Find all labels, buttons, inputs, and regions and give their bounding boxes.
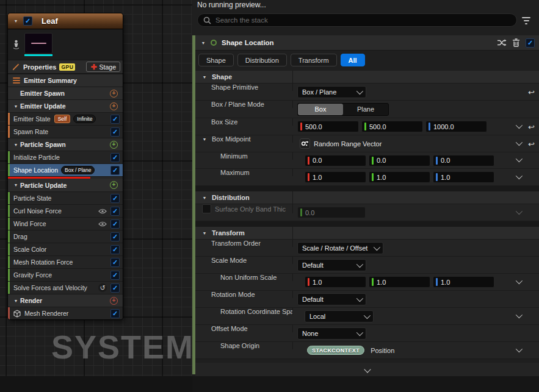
module-enabled-checkbox[interactable] (110, 207, 120, 216)
revert-to-default-icon[interactable]: ↩ (528, 88, 535, 96)
scale-mode-dropdown[interactable]: Default (297, 259, 366, 271)
module-enabled-checkbox[interactable] (110, 309, 120, 318)
maximum-x-field[interactable]: 1.0 (305, 171, 366, 183)
value-options-chevron-icon[interactable] (516, 121, 523, 128)
module-enabled-checkbox[interactable] (110, 194, 120, 203)
module-enabled-checkbox[interactable] (110, 283, 120, 293)
visibility-eye-icon[interactable] (98, 208, 107, 214)
collapse-arrow-icon[interactable] (201, 137, 208, 141)
minimum-y-field[interactable]: 0.0 (369, 155, 430, 166)
collapse-arrow-icon[interactable] (200, 41, 206, 45)
tab-shape[interactable]: Shape (198, 54, 234, 66)
collapse-arrow-icon[interactable] (13, 104, 19, 109)
revert-to-default-icon[interactable]: ↩ (528, 140, 535, 148)
module-enabled-checkbox[interactable] (110, 245, 120, 254)
maximum-y-field[interactable]: 1.0 (369, 171, 430, 183)
surface-only-checkbox[interactable] (202, 204, 211, 213)
module-enabled-checkbox[interactable] (110, 271, 120, 280)
value-options-chevron-icon[interactable] (516, 172, 523, 179)
stack-group-emitter-update[interactable]: Emitter Update (8, 99, 123, 112)
stack-group-particle-update[interactable]: Particle Update (8, 179, 123, 191)
value-options-chevron-icon[interactable] (516, 155, 523, 162)
shape-primitive-dropdown[interactable]: Box / Plane (297, 86, 366, 98)
stack-module-curl-noise-force[interactable]: Curl Noise Force (8, 204, 123, 217)
revert-to-default-icon[interactable]: ↩ (528, 123, 535, 130)
stack-module-mesh-rotation-force[interactable]: Mesh Rotation Force (8, 255, 123, 268)
module-enabled-checkbox[interactable] (110, 115, 120, 124)
collapse-arrow-icon[interactable] (13, 143, 19, 147)
stack-module-initialize-particle[interactable]: Initialize Particle (8, 151, 123, 163)
box-size-y-field[interactable]: 500.0 (361, 121, 423, 132)
visibility-eye-icon[interactable] (98, 221, 107, 227)
emitter-node-header[interactable]: Leaf (8, 13, 123, 29)
tab-distribution[interactable]: Distribution (237, 54, 287, 66)
tab-transform[interactable]: Transform (291, 54, 337, 66)
stack-module-shape-location[interactable]: Shape Location Box / Plane (8, 163, 123, 176)
offset-mode-dropdown[interactable]: None (297, 327, 366, 340)
stack-module-emitter-state[interactable]: Emitter State Self Infinite (8, 112, 123, 125)
add-module-icon[interactable] (110, 90, 118, 98)
stack-item-properties[interactable]: Properties GPU ✚ Stage (8, 60, 123, 74)
collapse-arrow-icon[interactable] (13, 183, 19, 187)
section-header-transform[interactable]: Transform (195, 227, 539, 240)
filter-icon[interactable] (522, 17, 530, 24)
band-thickness-field[interactable]: 0.0 (297, 207, 366, 218)
section-header-distribution[interactable]: Distribution (195, 191, 539, 204)
tab-all[interactable]: All (341, 54, 365, 66)
module-enabled-checkbox[interactable] (110, 166, 120, 175)
system-graph-canvas[interactable]: SYSTEM Leaf (0, 0, 192, 392)
rotation-coordinate-space-dropdown[interactable]: Local (305, 310, 374, 323)
stack-module-spawn-rate[interactable]: Spawn Rate (8, 125, 123, 138)
emitter-enabled-checkbox[interactable] (23, 16, 32, 26)
value-options-chevron-icon[interactable] (516, 207, 523, 214)
minimum-z-field[interactable]: 0.0 (433, 155, 494, 166)
value-options-chevron-icon[interactable] (516, 345, 523, 352)
minimum-x-field[interactable]: 0.0 (305, 155, 366, 166)
stack-module-particle-state[interactable]: Particle State (8, 191, 123, 204)
stack-module-solve-forces-velocity[interactable]: Solve Forces and Velocity ↺ (8, 281, 123, 294)
box-size-z-field[interactable]: 1000.0 (425, 121, 487, 132)
stack-module-mesh-renderer[interactable]: Mesh Renderer (8, 307, 123, 319)
stack-item-emitter-summary[interactable]: Emitter Summary (8, 74, 123, 87)
search-input[interactable] (215, 16, 511, 24)
non-uniform-scale-y-field[interactable]: 1.0 (369, 276, 430, 288)
stack-group-render[interactable]: Render (8, 294, 123, 307)
collapse-arrow-icon[interactable] (201, 231, 208, 235)
non-uniform-scale-z-field[interactable]: 1.0 (433, 276, 494, 288)
isolate-emitter-icon[interactable] (10, 40, 21, 49)
module-enabled-checkbox[interactable] (110, 219, 120, 229)
stack-module-scale-color[interactable]: Scale Color (8, 243, 123, 255)
module-enabled-checkbox[interactable] (110, 153, 120, 162)
mode-option-plane[interactable]: Plane (343, 104, 388, 115)
shuffle-version-icon[interactable] (497, 39, 507, 46)
rotation-mode-dropdown[interactable]: Default (297, 293, 366, 305)
stack-module-gravity-force[interactable]: Gravity Force (8, 268, 123, 281)
emitter-preview-thumbnail[interactable] (24, 33, 52, 54)
stack-module-wind-force[interactable]: Wind Force (8, 217, 123, 230)
non-uniform-scale-x-field[interactable]: 1.0 (305, 276, 366, 288)
add-stage-button[interactable]: ✚ Stage (86, 62, 120, 72)
add-module-icon[interactable] (110, 181, 118, 189)
module-enabled-checkbox[interactable] (526, 38, 535, 48)
value-options-chevron-icon[interactable] (516, 277, 523, 283)
add-module-icon[interactable] (110, 102, 118, 110)
collapse-arrow-icon[interactable] (13, 299, 19, 303)
maximum-z-field[interactable]: 1.0 (433, 171, 494, 183)
collapse-arrow-icon[interactable] (201, 196, 208, 200)
section-header-shape[interactable]: Shape (195, 71, 539, 84)
show-advanced-expander[interactable] (195, 363, 539, 376)
reset-icon[interactable]: ↺ (98, 283, 107, 292)
collapse-arrow-icon[interactable] (201, 75, 208, 79)
stack-group-emitter-spawn[interactable]: Emitter Spawn (8, 87, 123, 99)
module-enabled-checkbox[interactable] (110, 258, 120, 267)
collapse-arrow-icon[interactable] (13, 19, 19, 23)
emitter-node[interactable]: Leaf (8, 13, 123, 319)
transform-order-dropdown[interactable]: Scale / Rotate / Offset (297, 242, 383, 254)
box-size-x-field[interactable]: 500.0 (297, 121, 359, 132)
delete-module-icon[interactable] (512, 38, 520, 47)
module-header-shape-location[interactable]: Shape Location (195, 35, 539, 51)
mode-option-box[interactable]: Box (298, 104, 343, 115)
stack-search-bar[interactable] (197, 13, 517, 27)
stack-module-drag[interactable]: Drag (8, 230, 123, 243)
module-enabled-checkbox[interactable] (110, 232, 120, 241)
